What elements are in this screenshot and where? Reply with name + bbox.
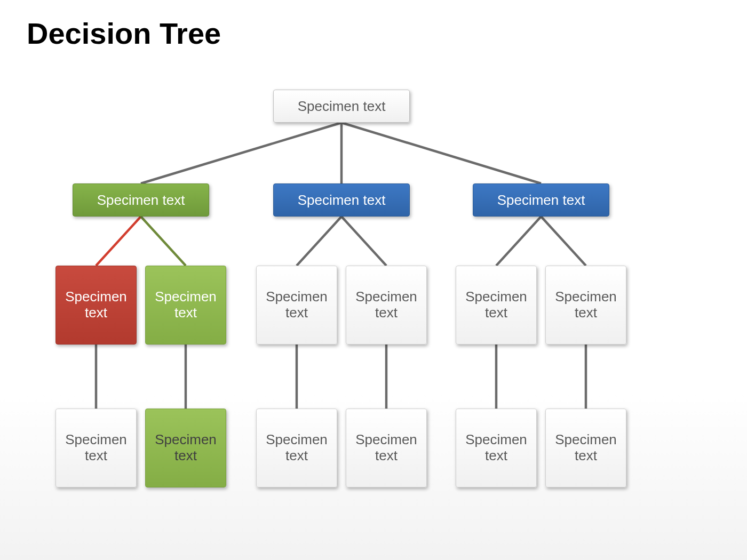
svg-line-7 [496, 217, 541, 266]
svg-line-3 [96, 217, 141, 266]
svg-line-4 [141, 217, 186, 266]
svg-line-2 [341, 123, 541, 183]
svg-line-8 [541, 217, 586, 266]
level3-node-4: Specimen text [456, 409, 537, 487]
level2-node-2: Specimen text [256, 266, 337, 345]
level2-node-0: Specimen text [55, 266, 137, 345]
level1-node-1: Specimen text [273, 183, 410, 217]
root-node: Specimen text [273, 90, 410, 123]
level2-node-4: Specimen text [456, 266, 537, 345]
level3-node-1: Specimen text [145, 409, 226, 487]
level3-node-0: Specimen text [55, 409, 137, 487]
level2-node-3: Specimen text [346, 266, 427, 345]
svg-line-6 [341, 217, 386, 266]
svg-line-5 [297, 217, 341, 266]
svg-line-0 [141, 123, 341, 183]
level3-node-5: Specimen text [545, 409, 626, 487]
level3-node-2: Specimen text [256, 409, 337, 487]
page-title: Decision Tree [27, 16, 221, 51]
level2-node-5: Specimen text [545, 266, 626, 345]
level2-node-1: Specimen text [145, 266, 226, 345]
level1-node-0: Specimen text [73, 183, 209, 217]
level3-node-3: Specimen text [346, 409, 427, 487]
level1-node-2: Specimen text [473, 183, 609, 217]
